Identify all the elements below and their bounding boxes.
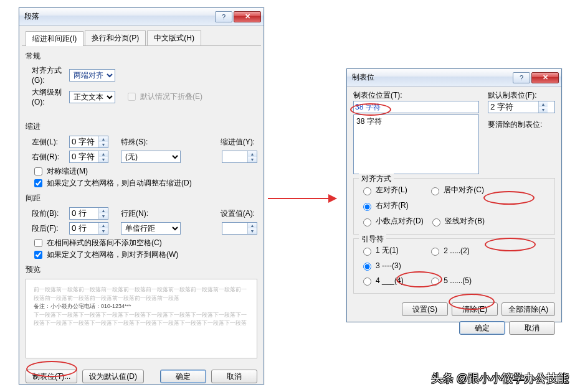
preview-box: 前一段落前一段落前一段落前一段落前一段落前一段落前一段落前一段落前一段落前一段落… bbox=[26, 279, 257, 358]
snapgrid-check[interactable]: 如果定义了文档网格，则对齐到网格(W) bbox=[32, 249, 257, 261]
leader-group: 引导符 1 无(1) 2 .....(2) 3 ----(3) 4 ___(4)… bbox=[353, 238, 555, 294]
default-tab-spin[interactable]: ▲▼ bbox=[488, 101, 555, 113]
alignment-legend: 对齐方式 bbox=[359, 174, 394, 184]
noadd-check[interactable]: 在相同样式的段落间不添加空格(C) bbox=[32, 237, 257, 249]
line-select[interactable]: 单倍行距 bbox=[121, 222, 181, 235]
cancel-button[interactable]: 取消 bbox=[509, 321, 555, 335]
paragraph-dialog: 段落 ? ✕ 缩进和间距(I) 换行和分页(P) 中文版式(H) 常规 对齐方式… bbox=[19, 7, 264, 385]
tab-line-page[interactable]: 换行和分页(P) bbox=[85, 30, 146, 45]
section-preview: 预览 bbox=[26, 264, 257, 275]
after-spin[interactable]: ▲▼ bbox=[69, 222, 108, 235]
section-spacing: 间距 bbox=[26, 193, 257, 203]
dialog-title: 段落 bbox=[24, 11, 214, 22]
titlebar[interactable]: 制表位 ? ✕ bbox=[347, 69, 561, 86]
close-button[interactable]: ✕ bbox=[234, 11, 261, 22]
outline-select[interactable]: 正文文本 bbox=[69, 91, 115, 103]
align-decimal-radio[interactable]: 小数点对齐(D) bbox=[360, 216, 424, 226]
leader-1-radio[interactable]: 1 无(1) bbox=[360, 245, 422, 256]
alignment-label: 对齐方式(G): bbox=[26, 65, 69, 85]
at-label: 设置值(A): bbox=[221, 208, 255, 219]
position-label: 制表位位置(T): bbox=[353, 90, 479, 101]
clear-button[interactable]: 清除(E) bbox=[452, 302, 498, 316]
clear-label: 要清除的制表位: bbox=[488, 119, 555, 130]
right-spin[interactable]: ▲▼ bbox=[69, 151, 108, 163]
collapsed-checkbox bbox=[128, 93, 136, 101]
before-label: 段前(B): bbox=[26, 208, 69, 219]
after-label: 段后(F): bbox=[26, 223, 69, 234]
watermark: 头条 @跟小小筱学办公技能 bbox=[431, 371, 569, 386]
clear-all-button[interactable]: 全部清除(A) bbox=[502, 302, 555, 316]
autogrid-check[interactable]: 如果定义了文档网格，则自动调整右缩进(D) bbox=[32, 177, 257, 189]
help-button[interactable]: ? bbox=[215, 11, 232, 22]
align-left-radio[interactable]: 左对齐(L) bbox=[360, 185, 422, 195]
leader-2-radio[interactable]: 2 .....(2) bbox=[428, 246, 490, 256]
set-default-button[interactable]: 设为默认值(D) bbox=[82, 370, 144, 383]
align-right-radio[interactable]: 右对齐(R) bbox=[360, 200, 422, 211]
tab-indent-spacing[interactable]: 缩进和间距(I) bbox=[26, 31, 83, 46]
titlebar[interactable]: 段落 ? ✕ bbox=[19, 8, 264, 26]
leader-4-radio[interactable]: 4 ___(4) bbox=[360, 276, 422, 286]
position-list[interactable]: 38 字符 bbox=[353, 114, 479, 174]
special-select[interactable]: (无) bbox=[121, 151, 181, 163]
special-label: 特殊(S): bbox=[121, 137, 161, 147]
by-label: 缩进值(Y): bbox=[221, 137, 255, 147]
leader-3-radio[interactable]: 3 ----(3) bbox=[360, 261, 422, 271]
before-spin[interactable]: ▲▼ bbox=[69, 207, 108, 220]
left-spin[interactable]: ▲▼ bbox=[69, 136, 108, 148]
close-button[interactable]: ✕ bbox=[531, 72, 559, 83]
at-spin[interactable]: ▲▼ bbox=[222, 222, 257, 235]
align-bar-radio[interactable]: 竖线对齐(B) bbox=[429, 216, 492, 226]
dialog-title: 制表位 bbox=[352, 72, 511, 83]
tab-asian[interactable]: 中文版式(H) bbox=[147, 30, 201, 45]
default-tab-label: 默认制表位(F): bbox=[488, 90, 555, 101]
list-item[interactable]: 38 字符 bbox=[354, 115, 478, 128]
alignment-select[interactable]: 两端对齐 bbox=[69, 69, 115, 82]
set-button[interactable]: 设置(S) bbox=[402, 302, 448, 316]
line-label: 行距(N): bbox=[121, 208, 161, 219]
left-label: 左侧(L): bbox=[26, 137, 69, 147]
help-button[interactable]: ? bbox=[513, 72, 530, 83]
alignment-group: 对齐方式 左对齐(L) 居中对齐(C) 右对齐(R) 小数点对齐(D) 竖线对齐… bbox=[353, 178, 555, 235]
align-center-radio[interactable]: 居中对齐(C) bbox=[428, 185, 490, 195]
arrow-icon bbox=[268, 198, 336, 199]
right-label: 右侧(R): bbox=[26, 152, 69, 162]
cancel-button[interactable]: 取消 bbox=[211, 370, 257, 383]
ok-button[interactable]: 确定 bbox=[459, 321, 505, 335]
leader-5-radio[interactable]: 5 ......(5) bbox=[428, 276, 490, 286]
tabstops-dialog: 制表位 ? ✕ 制表位位置(T): 38 字符 默认制表位(F): ▲▼ 要清除… bbox=[346, 68, 562, 322]
ok-button[interactable]: 确定 bbox=[160, 370, 206, 383]
by-spin[interactable]: ▲▼ bbox=[222, 151, 257, 163]
section-general: 常规 bbox=[26, 51, 257, 62]
collapsed-check: 默认情况下折叠(E) bbox=[125, 91, 202, 103]
tabs-button[interactable]: 制表位(T)... bbox=[26, 370, 77, 383]
mirror-check[interactable]: 对称缩进(M) bbox=[32, 166, 257, 177]
outline-label: 大纲级别(O): bbox=[26, 87, 69, 106]
section-indent: 缩进 bbox=[26, 121, 257, 132]
position-input[interactable] bbox=[353, 101, 479, 113]
leader-legend: 引导符 bbox=[359, 234, 386, 245]
tabstrip: 缩进和间距(I) 换行和分页(P) 中文版式(H) bbox=[22, 28, 261, 46]
